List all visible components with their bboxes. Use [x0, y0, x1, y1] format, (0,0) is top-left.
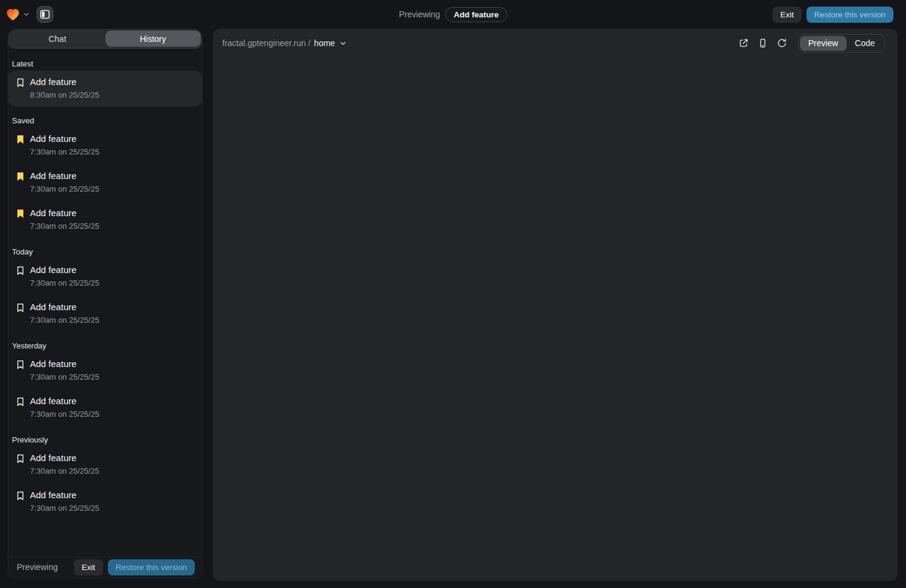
mobile-view-button[interactable] [755, 35, 771, 51]
history-item-title: Add feature [30, 77, 192, 87]
topbar-actions: Exit Restore this version [772, 0, 893, 29]
bookmark-filled-icon [16, 172, 25, 181]
footer-restore-version-button[interactable]: Restore this version [108, 559, 195, 575]
toggle-code[interactable]: Code [847, 36, 883, 51]
history-item[interactable]: Add feature7:30am on 25/25/25 [8, 165, 202, 201]
lovable-heart-icon[interactable] [6, 8, 20, 21]
history-item[interactable]: Add feature7:30am on 25/25/25 [8, 353, 202, 389]
chevron-down-icon[interactable] [23, 11, 29, 17]
history-item[interactable]: Add feature7:30am on 25/25/25 [8, 259, 202, 295]
restore-version-button[interactable]: Restore this version [807, 7, 893, 23]
section-label: Saved [12, 116, 198, 125]
preview-actions [736, 35, 790, 51]
bookmark-filled-icon [16, 209, 25, 219]
version-badge: Add feature [445, 7, 507, 22]
bookmark-outline-icon [16, 397, 25, 407]
bookmark-outline-icon [16, 454, 25, 463]
topbar: Previewing Add feature Exit Restore this… [0, 0, 906, 29]
preview-topbar: fractal.gptengineer.run / home [213, 29, 898, 57]
bookmark-outline-icon [16, 78, 25, 87]
mobile-preview-icon [758, 38, 768, 48]
history-item-timestamp: 8:30am on 25/25/25 [30, 90, 192, 100]
open-in-new-tab-button[interactable] [736, 35, 751, 51]
footer-exit-button[interactable]: Exit [74, 559, 103, 575]
refresh-icon [777, 38, 787, 48]
history-item-title: Add feature [30, 396, 192, 407]
url-page: home [314, 38, 335, 48]
section-label: Previously [12, 435, 198, 444]
url-chevron-down-icon [340, 40, 346, 47]
history-item-title: Add feature [30, 134, 192, 144]
chat-history-tab-switcher: Chat History [8, 29, 203, 49]
bookmark-outline-icon [16, 303, 25, 313]
history-item[interactable]: Add feature7:30am on 25/25/25 [8, 484, 202, 520]
history-item-title: Add feature [30, 490, 192, 501]
history-item-title: Add feature [30, 171, 192, 181]
refresh-button[interactable] [774, 35, 790, 51]
footer-previewing-label: Previewing [17, 562, 58, 572]
history-item-timestamp: 7:30am on 25/25/25 [30, 372, 192, 382]
bookmark-outline-icon [16, 266, 25, 275]
history-item-title: Add feature [30, 453, 192, 463]
history-item[interactable]: Add feature8:30am on 25/25/25 [8, 71, 202, 107]
exit-button[interactable]: Exit [772, 7, 802, 23]
preview-code-toggle: Preview Code [798, 34, 885, 53]
bookmark-filled-icon [16, 135, 25, 144]
history-item-timestamp: 7:30am on 25/25/25 [30, 278, 192, 288]
bookmark-outline-icon [16, 360, 25, 369]
preview-panel: fractal.gptengineer.run / home [213, 29, 898, 581]
history-item[interactable]: Add feature7:30am on 25/25/25 [8, 202, 202, 238]
history-item-timestamp: 7:30am on 25/25/25 [30, 184, 192, 194]
history-list[interactable]: LatestAdd feature8:30am on 25/25/25Saved… [8, 49, 202, 557]
sidebar-toggle-icon [40, 10, 50, 19]
section-label: Today [12, 247, 198, 256]
sidebar-toggle-button[interactable] [37, 6, 53, 23]
history-item-title: Add feature [30, 265, 192, 275]
history-item[interactable]: Add feature7:30am on 25/25/25 [8, 296, 202, 332]
preview-content [213, 57, 898, 581]
previewing-label: Previewing [399, 10, 440, 19]
history-item-timestamp: 7:30am on 25/25/25 [30, 410, 192, 419]
open-in-new-tab-icon [739, 38, 748, 48]
history-item-timestamp: 7:30am on 25/25/25 [30, 147, 192, 157]
history-item-timestamp: 7:30am on 25/25/25 [30, 222, 192, 231]
history-item-title: Add feature [30, 302, 192, 313]
history-item-title: Add feature [30, 359, 192, 369]
history-item[interactable]: Add feature7:30am on 25/25/25 [8, 447, 202, 483]
logo-area [6, 0, 53, 29]
history-item-title: Add feature [30, 208, 192, 219]
history-item[interactable]: Add feature7:30am on 25/25/25 [8, 390, 202, 426]
history-item-timestamp: 7:30am on 25/25/25 [30, 504, 192, 513]
history-sidebar: Chat History LatestAdd feature8:30am on … [8, 29, 203, 578]
sidebar-footer: Previewing Exit Restore this version [8, 557, 202, 578]
history-item-timestamp: 7:30am on 25/25/25 [30, 316, 192, 325]
section-label: Yesterday [12, 341, 198, 350]
toggle-preview[interactable]: Preview [800, 36, 847, 51]
section-label: Latest [12, 59, 198, 68]
history-item[interactable]: Add feature7:30am on 25/25/25 [8, 128, 202, 163]
tab-history[interactable]: History [105, 31, 201, 47]
url-domain: fractal.gptengineer.run / [222, 38, 310, 48]
preview-url-selector[interactable]: fractal.gptengineer.run / home [222, 38, 346, 48]
bookmark-outline-icon [16, 491, 25, 501]
tab-chat[interactable]: Chat [10, 31, 105, 47]
history-item-timestamp: 7:30am on 25/25/25 [30, 466, 192, 476]
topbar-center: Previewing Add feature [399, 0, 508, 29]
